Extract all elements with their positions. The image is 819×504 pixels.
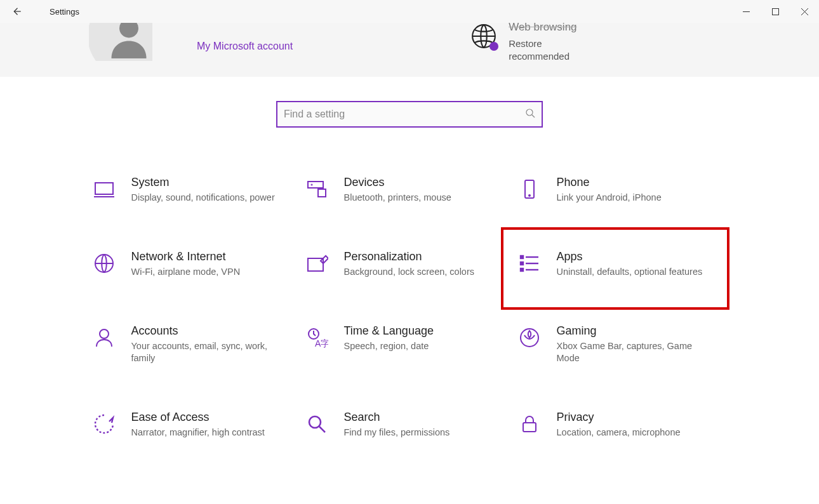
tile-title: Phone [557, 176, 662, 189]
tile-subtitle: Background, lock screen, colors [344, 266, 475, 279]
settings-grid: System Display, sound, notifications, po… [91, 172, 729, 442]
svg-rect-11 [318, 189, 326, 197]
tile-personalization[interactable]: Personalization Background, lock screen,… [303, 246, 516, 282]
tile-subtitle: Wi-Fi, airplane mode, VPN [131, 266, 241, 279]
tile-subtitle: Link your Android, iPhone [557, 192, 662, 204]
devices-icon [303, 176, 330, 202]
svg-text:A字: A字 [315, 338, 328, 348]
tile-system[interactable]: System Display, sound, notifications, po… [91, 172, 303, 208]
tile-privacy[interactable]: Privacy Location, camera, microphone [516, 407, 729, 443]
svg-point-27 [309, 416, 321, 428]
svg-rect-17 [521, 256, 523, 258]
tile-search[interactable]: Search Find my files, permissions [303, 407, 516, 443]
svg-point-4 [119, 23, 138, 38]
svg-rect-21 [521, 269, 523, 271]
tile-ease-of-access[interactable]: Ease of Access Narrator, magnifier, high… [91, 407, 303, 443]
tile-subtitle: Find my files, permissions [344, 427, 450, 439]
accounts-icon [91, 324, 117, 351]
tile-apps[interactable]: Apps Uninstall, defaults, optional featu… [516, 246, 729, 282]
tile-time-language[interactable]: A字 Time & Language Speech, region, date [303, 321, 516, 369]
avatar [89, 23, 152, 61]
tile-accounts[interactable]: Accounts Your accounts, email, sync, wor… [91, 321, 303, 369]
svg-line-28 [319, 427, 325, 432]
svg-point-23 [100, 329, 109, 338]
my-microsoft-account-link[interactable]: My Microsoft account [197, 41, 293, 52]
tile-title: Privacy [557, 411, 681, 424]
search-box[interactable] [276, 101, 543, 128]
system-icon [91, 176, 117, 202]
window-title: Settings [50, 7, 79, 17]
tile-title: System [131, 176, 275, 189]
tile-subtitle: Narrator, magnifier, high contrast [131, 427, 265, 439]
window-controls [731, 0, 819, 23]
settings-main: System Display, sound, notifications, po… [0, 77, 819, 442]
tile-subtitle: Location, camera, microphone [557, 427, 681, 439]
svg-rect-19 [521, 262, 523, 265]
svg-point-14 [529, 195, 530, 196]
tile-network[interactable]: Network & Internet Wi-Fi, airplane mode,… [91, 246, 303, 282]
tile-subtitle: Xbox Game Bar, captures, Game Mode [557, 340, 703, 365]
tile-title: Time & Language [344, 324, 434, 338]
search-category-icon [303, 411, 330, 437]
svg-rect-10 [308, 182, 323, 188]
time-language-icon: A字 [303, 324, 330, 351]
svg-rect-1 [772, 8, 778, 15]
minimize-button[interactable] [731, 0, 761, 23]
svg-point-6 [526, 109, 533, 116]
tile-phone[interactable]: Phone Link your Android, iPhone [516, 172, 729, 208]
tile-subtitle: Uninstall, defaults, optional features [557, 266, 703, 279]
tile-title: Personalization [344, 250, 475, 263]
tile-title: Search [344, 411, 450, 424]
phone-icon [516, 176, 543, 202]
search-input[interactable] [284, 109, 525, 120]
tile-title: Network & Internet [131, 250, 241, 263]
maximize-button[interactable] [761, 0, 790, 23]
privacy-icon [516, 411, 543, 437]
tile-subtitle: Your accounts, email, sync, work, family [131, 340, 277, 365]
globe-icon [470, 23, 497, 50]
tile-subtitle: Speech, region, date [344, 340, 434, 353]
svg-line-7 [532, 115, 535, 117]
tile-title: Devices [344, 176, 451, 189]
tile-title: Apps [557, 250, 703, 263]
personalization-icon [303, 250, 330, 277]
tile-subtitle: Display, sound, notifications, power [131, 192, 275, 204]
svg-point-12 [311, 185, 312, 185]
tile-title: Gaming [557, 324, 703, 338]
svg-rect-29 [523, 423, 536, 432]
web-browsing-status[interactable]: Web browsing Restore recommended [470, 23, 576, 63]
tile-title: Ease of Access [131, 411, 265, 424]
web-browsing-text: Web browsing Restore recommended [509, 23, 576, 63]
svg-rect-8 [95, 183, 113, 194]
back-button[interactable] [9, 4, 24, 19]
tile-title: Accounts [131, 324, 277, 338]
apps-icon [516, 250, 543, 277]
search-icon [525, 108, 535, 121]
tile-subtitle: Bluetooth, printers, mouse [344, 192, 451, 204]
gaming-icon [516, 324, 543, 351]
tile-gaming[interactable]: Gaming Xbox Game Bar, captures, Game Mod… [516, 321, 729, 369]
network-icon [91, 250, 117, 277]
titlebar: Settings [0, 0, 819, 23]
tile-devices[interactable]: Devices Bluetooth, printers, mouse [303, 172, 516, 208]
ease-of-access-icon [91, 411, 117, 437]
close-button[interactable] [790, 0, 819, 23]
account-header: My Microsoft account Web browsing Restor… [0, 23, 819, 77]
